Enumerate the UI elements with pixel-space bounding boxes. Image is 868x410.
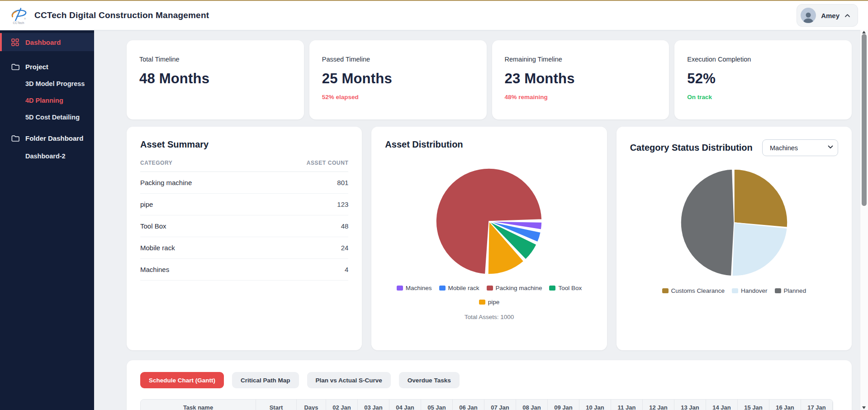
sidebar-item-3d-model-progress[interactable]: 3D Model Progress xyxy=(0,80,94,88)
stat-card-remaining-timeline: Remaining Timeline23 Months48% remaining xyxy=(492,40,669,119)
stats-row: Total Timeline48 MonthsPassed Timeline25… xyxy=(127,40,852,119)
category-cell: Packing machine xyxy=(140,179,192,186)
sidebar-item-project[interactable]: Project xyxy=(0,63,94,71)
legend-swatch xyxy=(732,288,738,293)
count-cell: 24 xyxy=(341,244,349,252)
legend-item-machines[interactable]: Machines xyxy=(397,285,432,291)
sidebar-item-label: Folder Dashboard xyxy=(25,134,83,143)
category-cell: Machines xyxy=(140,266,169,273)
legend-item-mobile-rack[interactable]: Mobile rack xyxy=(439,285,479,291)
avatar xyxy=(801,8,816,23)
pie-slice-handover xyxy=(732,223,787,276)
category-select[interactable]: Machines xyxy=(762,139,838,156)
category-cell: pipe xyxy=(140,200,153,208)
folder-icon xyxy=(11,135,19,142)
user-menu-button[interactable]: Amey xyxy=(797,4,858,27)
sidebar-item-5d-cost-detailing[interactable]: 5D Cost Detailing xyxy=(0,113,94,121)
column-header-category: CATEGORY xyxy=(140,160,172,166)
vertical-scrollbar[interactable] xyxy=(860,30,868,410)
sidebar-item-label: Dashboard xyxy=(25,38,61,46)
category-status-pie xyxy=(679,168,789,277)
stat-value: 23 Months xyxy=(505,71,657,87)
stat-title: Remaining Timeline xyxy=(505,56,657,63)
tab-critical-path-map[interactable]: Critical Path Map xyxy=(232,372,299,388)
count-cell: 801 xyxy=(337,179,348,186)
legend-swatch xyxy=(397,286,403,291)
legend-swatch xyxy=(487,286,493,291)
legend-label: Planned xyxy=(784,287,806,294)
tab-plan-vs-actual-s-curve[interactable]: Plan vs Actual S-Curve xyxy=(307,372,391,388)
gantt-date-column: 11 Jan xyxy=(611,400,643,410)
legend-item-planned[interactable]: Planned xyxy=(775,287,806,294)
scrollbar-thumb[interactable] xyxy=(862,34,867,206)
gantt-date-column: 02 Jan xyxy=(326,400,358,410)
sidebar-item-folder-dashboard[interactable]: Folder Dashboard xyxy=(0,134,94,143)
legend-swatch xyxy=(662,288,669,293)
legend-item-handover[interactable]: Handover xyxy=(732,287,768,294)
legend-item-tool-box[interactable]: Tool Box xyxy=(549,285,582,291)
stat-card-total-timeline: Total Timeline48 Months xyxy=(127,40,304,119)
gantt-date-column: 07 Jan xyxy=(484,400,516,410)
table-row: Packing machine801 xyxy=(140,172,348,194)
gantt-date-column: 03 Jan xyxy=(358,400,389,410)
total-assets-label: Total Assets: 1000 xyxy=(385,314,593,320)
sidebar-item-4d-planning[interactable]: 4D Planning xyxy=(0,96,94,105)
main-content: Total Timeline48 MonthsPassed Timeline25… xyxy=(94,30,868,410)
gantt-table-header: Task nameStartDays02 Jan03 Jan04 Jan05 J… xyxy=(140,399,833,410)
table-row: Tool Box48 xyxy=(140,215,348,237)
stat-value: 48 Months xyxy=(139,71,291,87)
stat-title: Execution Completion xyxy=(687,56,839,63)
legend-label: Tool Box xyxy=(558,285,582,291)
asset-summary-title: Asset Summary xyxy=(140,139,348,150)
count-cell: 4 xyxy=(345,266,348,273)
legend-swatch xyxy=(479,300,485,305)
gantt-date-column: 17 Jan xyxy=(801,400,833,410)
pie-slice-customs-clearance xyxy=(734,169,787,227)
stat-card-execution-completion: Execution Completion52%On track xyxy=(674,40,852,119)
tab-schedule-chart-gantt[interactable]: Schedule Chart (Gantt) xyxy=(140,372,224,388)
gantt-column-task-name: Task name xyxy=(141,400,256,410)
category-select-wrap: Machines xyxy=(762,139,838,156)
asset-distribution-title: Asset Distribution xyxy=(385,139,593,150)
gantt-column-start: Start xyxy=(256,400,297,410)
scroll-up-arrow[interactable] xyxy=(862,31,866,33)
stat-note: On track xyxy=(687,94,839,101)
gantt-date-column: 12 Jan xyxy=(643,400,674,410)
count-cell: 48 xyxy=(341,222,349,230)
stat-note xyxy=(139,94,291,101)
page-title: CCTech Digital Construction Management xyxy=(34,10,209,20)
logo-caption: CCTech xyxy=(13,21,24,24)
asset-summary-table: CATEGORY ASSET COUNT Packing machine801p… xyxy=(140,160,348,281)
legend-label: Machines xyxy=(406,285,432,291)
legend-item-customs-clearance[interactable]: Customs Clearance xyxy=(662,287,725,294)
category-status-panel: Category Status Distribution Machines Cu… xyxy=(617,127,852,350)
legend-item-pipe[interactable]: pipe xyxy=(479,299,500,305)
column-header-asset-count: ASSET COUNT xyxy=(307,160,349,166)
stat-value: 25 Months xyxy=(322,71,474,87)
gantt-date-column: 05 Jan xyxy=(421,400,453,410)
count-cell: 123 xyxy=(337,200,348,208)
folder-icon xyxy=(11,63,19,71)
chevron-up-icon xyxy=(844,14,850,18)
gantt-date-column: 09 Jan xyxy=(548,400,579,410)
schedule-tabs: Schedule Chart (Gantt)Critical Path MapP… xyxy=(140,372,838,388)
gantt-date-column: 10 Jan xyxy=(579,400,611,410)
schedule-section: Schedule Chart (Gantt)Critical Path MapP… xyxy=(127,360,852,410)
gantt-date-column: 16 Jan xyxy=(769,400,801,410)
asset-distribution-legend: MachinesMobile rackPacking machineTool B… xyxy=(385,285,593,305)
legend-label: Mobile rack xyxy=(448,285,479,291)
legend-item-packing-machine[interactable]: Packing machine xyxy=(487,285,542,291)
tab-overdue-tasks[interactable]: Overdue Tasks xyxy=(399,372,460,388)
sidebar-item-dashboard-2[interactable]: Dashboard-2 xyxy=(0,152,94,160)
cctech-logo-icon: CCTech xyxy=(8,4,29,27)
gantt-date-column: 13 Jan xyxy=(674,400,706,410)
stat-value: 52% xyxy=(687,71,839,87)
table-row: Machines4 xyxy=(140,259,348,281)
legend-label: Handover xyxy=(741,287,768,294)
gantt-column-days: Days xyxy=(297,400,326,410)
scroll-down-arrow[interactable] xyxy=(862,406,866,409)
asset-summary-panel: Asset Summary CATEGORY ASSET COUNT Packi… xyxy=(127,127,362,350)
sidebar-item-dashboard[interactable]: Dashboard xyxy=(0,33,94,51)
sidebar-item-label: Project xyxy=(25,63,48,71)
asset-distribution-panel: Asset Distribution MachinesMobile rackPa… xyxy=(371,127,607,350)
